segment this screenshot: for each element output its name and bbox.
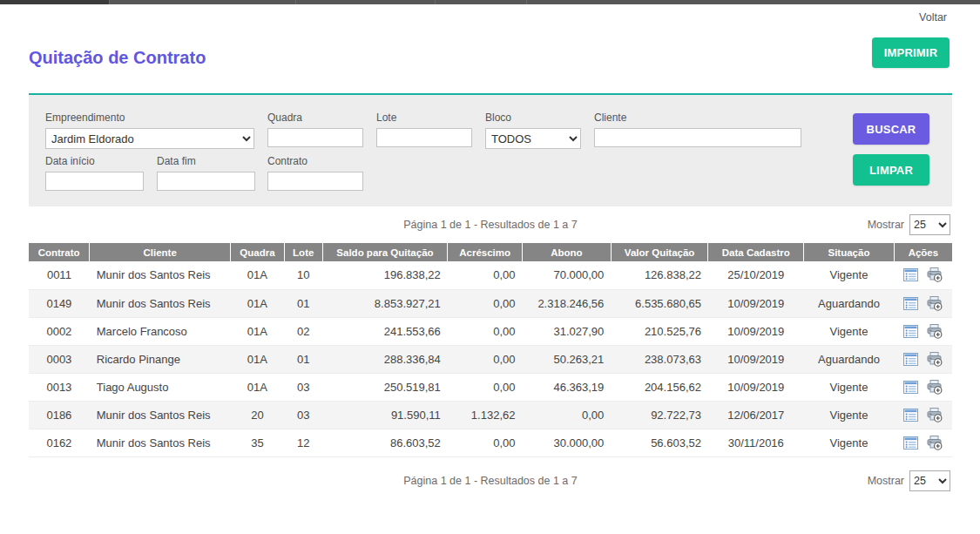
print-plus-icon: [927, 408, 943, 422]
mostrar-select[interactable]: 25: [909, 470, 950, 491]
menu-strip-segment: [435, 0, 526, 4]
field-contrato: Contrato: [267, 155, 363, 191]
details-list-icon: [903, 409, 918, 422]
details-action-button[interactable]: [903, 297, 918, 310]
empreendimento-select[interactable]: Jardim Eldorado: [45, 128, 254, 149]
cell-acrescimo: 1.132,62: [448, 401, 523, 429]
mostrar-control: Mostrar 25: [868, 214, 950, 235]
menu-strip-segment: [109, 0, 295, 4]
cell-data-cadastro: 10/09/2019: [708, 345, 804, 373]
details-action-button[interactable]: [903, 409, 918, 422]
details-list-icon: [903, 353, 918, 366]
data-inicio-input[interactable]: [45, 172, 144, 191]
cell-acoes: [894, 317, 952, 345]
cell-lote: 12: [284, 429, 322, 456]
cell-situacao: Vigente: [804, 317, 895, 345]
field-lote: Lote: [376, 112, 472, 147]
mostrar-select[interactable]: 25: [909, 214, 950, 235]
cell-acrescimo: 0,00: [448, 261, 523, 289]
cell-contrato: 0162: [29, 429, 90, 456]
print-action-button[interactable]: [927, 436, 943, 450]
lote-input[interactable]: [376, 128, 472, 147]
cell-quadra: 20: [231, 401, 285, 429]
top-menu-strip: [0, 0, 980, 4]
details-action-button[interactable]: [903, 381, 918, 394]
cell-lote: 01: [284, 289, 322, 317]
details-action-button[interactable]: [903, 436, 918, 450]
details-action-button[interactable]: [903, 268, 918, 281]
menu-strip-segment: [295, 0, 435, 4]
cell-lote: 03: [284, 373, 322, 401]
cell-abono: 50.263,21: [522, 345, 611, 373]
table-header-row: Contrato Cliente Quadra Lote Saldo para …: [29, 243, 952, 261]
menu-strip-segment: [0, 0, 109, 4]
cell-data-cadastro: 25/10/2019: [708, 261, 804, 289]
cell-situacao: Vigente: [804, 261, 895, 289]
bloco-label: Bloco: [485, 112, 581, 124]
cell-acrescimo: 0,00: [448, 373, 523, 401]
cell-acrescimo: 0,00: [448, 289, 523, 317]
cell-lote: 03: [284, 401, 322, 429]
contrato-label: Contrato: [267, 155, 363, 167]
cell-quadra: 01A: [231, 373, 285, 401]
cell-contrato: 0003: [29, 345, 90, 373]
cell-cliente: Munir dos Santos Reis: [90, 261, 231, 289]
buscar-button[interactable]: BUSCAR: [853, 113, 929, 145]
col-header-abono: Abono: [522, 243, 611, 261]
col-header-quadra: Quadra: [231, 243, 285, 261]
quadra-label: Quadra: [267, 112, 363, 124]
cell-contrato: 0013: [29, 373, 90, 401]
cell-situacao: Vigente: [804, 401, 895, 429]
cell-cliente: Tiago Augusto: [90, 373, 231, 401]
cell-acoes: [894, 261, 952, 289]
cell-acoes: [894, 345, 952, 373]
cell-valor-quitacao: 56.603,52: [611, 429, 708, 456]
cell-acrescimo: 0,00: [448, 317, 523, 345]
imprimir-button[interactable]: IMPRIMIR: [872, 37, 950, 68]
results-table: Contrato Cliente Quadra Lote Saldo para …: [29, 243, 952, 457]
cell-saldo: 8.853.927,21: [322, 289, 448, 317]
bloco-select[interactable]: TODOS: [485, 128, 581, 149]
cell-acrescimo: 0,00: [448, 429, 523, 456]
cliente-input[interactable]: [594, 128, 801, 147]
print-action-button[interactable]: [927, 408, 943, 422]
cell-acoes: [894, 373, 952, 401]
cell-saldo: 196.838,22: [322, 261, 448, 289]
voltar-link[interactable]: Voltar: [919, 11, 947, 24]
cell-lote: 01: [284, 345, 322, 373]
col-header-acoes: Ações: [894, 243, 952, 261]
print-action-button[interactable]: [927, 352, 943, 367]
cell-data-cadastro: 30/11/2016: [708, 429, 804, 456]
cell-quadra: 01A: [231, 317, 285, 345]
limpar-button[interactable]: LIMPAR: [853, 154, 929, 186]
print-action-button[interactable]: [927, 267, 943, 282]
details-action-button[interactable]: [903, 325, 918, 338]
cell-contrato: 0002: [29, 317, 90, 345]
lote-label: Lote: [376, 112, 472, 124]
pagination-bar-top: Página 1 de 1 - Resultados de 1 a 7 Most…: [29, 213, 952, 237]
print-action-button[interactable]: [927, 380, 943, 395]
cell-cliente: Marcelo Francoso: [90, 317, 231, 345]
empreendimento-label: Empreendimento: [45, 112, 254, 124]
cell-abono: 31.027,90: [522, 317, 611, 345]
contrato-input[interactable]: [267, 172, 363, 191]
cell-valor-quitacao: 92.722,73: [611, 401, 708, 429]
cell-contrato: 0011: [29, 261, 90, 289]
cell-abono: 0,00: [522, 401, 611, 429]
col-header-situacao: Situação: [804, 243, 895, 261]
page-title: Quitação de Contrato: [29, 48, 206, 68]
data-fim-input[interactable]: [157, 172, 255, 191]
cell-quadra: 35: [231, 429, 285, 456]
cell-abono: 46.363,19: [522, 373, 611, 401]
cell-abono: 30.000,00: [522, 429, 611, 456]
print-action-button[interactable]: [927, 324, 943, 339]
quadra-input[interactable]: [267, 128, 363, 147]
cell-acoes: [894, 289, 952, 317]
cell-acoes: [894, 429, 952, 456]
print-plus-icon: [927, 296, 943, 311]
details-action-button[interactable]: [903, 353, 918, 366]
table-row: 0002 Marcelo Francoso 01A 02 241.553,66 …: [29, 317, 952, 345]
details-list-icon: [903, 381, 918, 394]
filter-panel: Empreendimento Jardim Eldorado Quadra Lo…: [29, 93, 952, 206]
print-action-button[interactable]: [927, 296, 943, 311]
